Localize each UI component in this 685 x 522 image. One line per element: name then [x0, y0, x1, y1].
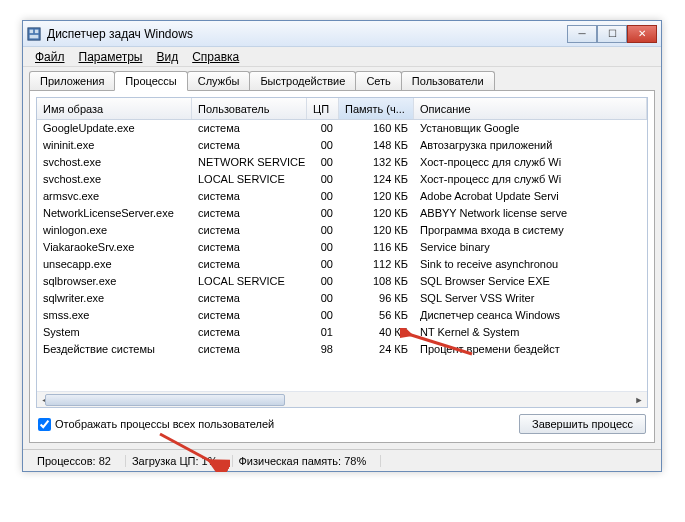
cell-cpu: 00	[307, 137, 339, 154]
table-row[interactable]: NetworkLicenseServer.exeсистема00120 КБA…	[37, 205, 647, 222]
table-row[interactable]: smss.exeсистема0056 КБДиспетчер сеанса W…	[37, 307, 647, 324]
process-list: Имя образа Пользователь ЦП Память (ч... …	[36, 97, 648, 408]
tab-users[interactable]: Пользователи	[401, 71, 495, 90]
statusbar: Процессов: 82 Загрузка ЦП: 1% Физическая…	[23, 449, 661, 471]
status-memory: Физическая память: 78%	[233, 455, 382, 467]
status-processes: Процессов: 82	[31, 455, 126, 467]
menu-file[interactable]: Файл	[29, 48, 71, 66]
cell-description: SQL Browser Service EXE	[414, 273, 647, 290]
col-description[interactable]: Описание	[414, 98, 647, 119]
table-row[interactable]: armsvc.exeсистема00120 КБAdobe Acrobat U…	[37, 188, 647, 205]
table-row[interactable]: ViakaraokeSrv.exeсистема00116 КБService …	[37, 239, 647, 256]
svg-rect-1	[30, 29, 34, 33]
scroll-right-icon[interactable]: ►	[631, 392, 647, 407]
cell-memory: 120 КБ	[339, 205, 414, 222]
tab-page: Имя образа Пользователь ЦП Память (ч... …	[29, 90, 655, 443]
cell-image: System	[37, 324, 192, 341]
app-icon	[27, 27, 41, 41]
tab-services[interactable]: Службы	[187, 71, 251, 90]
cell-user: система	[192, 341, 307, 358]
table-row[interactable]: sqlwriter.exeсистема0096 КБSQL Server VS…	[37, 290, 647, 307]
cell-memory: 124 КБ	[339, 171, 414, 188]
cell-image: svchost.exe	[37, 171, 192, 188]
cell-description: Sink to receive asynchronou	[414, 256, 647, 273]
menu-options[interactable]: Параметры	[73, 48, 149, 66]
task-manager-window: Диспетчер задач Windows ─ ☐ ✕ Файл Парам…	[22, 20, 662, 472]
cell-image: armsvc.exe	[37, 188, 192, 205]
cell-cpu: 00	[307, 188, 339, 205]
cell-description: Service binary	[414, 239, 647, 256]
cell-user: LOCAL SERVICE	[192, 171, 307, 188]
cell-description: Adobe Acrobat Update Servi	[414, 188, 647, 205]
cell-user: система	[192, 137, 307, 154]
cell-user: NETWORK SERVICE	[192, 154, 307, 171]
cell-cpu: 00	[307, 120, 339, 137]
cell-cpu: 00	[307, 239, 339, 256]
show-all-users-checkbox[interactable]: Отображать процессы всех пользователей	[38, 418, 274, 431]
cell-description: Процент времени бездейст	[414, 341, 647, 358]
cell-description: Установщик Google	[414, 120, 647, 137]
col-image[interactable]: Имя образа	[37, 98, 192, 119]
cell-memory: 96 КБ	[339, 290, 414, 307]
cell-user: система	[192, 290, 307, 307]
minimize-button[interactable]: ─	[567, 25, 597, 43]
col-cpu[interactable]: ЦП	[307, 98, 339, 119]
cell-cpu: 00	[307, 273, 339, 290]
table-row[interactable]: unsecapp.exeсистема00112 КБSink to recei…	[37, 256, 647, 273]
cell-user: система	[192, 324, 307, 341]
cell-image: sqlbrowser.exe	[37, 273, 192, 290]
cell-memory: 116 КБ	[339, 239, 414, 256]
window-title: Диспетчер задач Windows	[47, 27, 567, 41]
cell-description: Автозагрузка приложений	[414, 137, 647, 154]
tab-network[interactable]: Сеть	[355, 71, 401, 90]
cell-cpu: 00	[307, 171, 339, 188]
tab-performance[interactable]: Быстродействие	[249, 71, 356, 90]
show-all-users-input[interactable]	[38, 418, 51, 431]
list-body[interactable]: GoogleUpdate.exeсистема00160 КБУстановщи…	[37, 120, 647, 391]
cell-cpu: 01	[307, 324, 339, 341]
col-memory[interactable]: Память (ч...	[339, 98, 414, 119]
menu-view[interactable]: Вид	[150, 48, 184, 66]
scroll-thumb[interactable]	[45, 394, 285, 406]
col-user[interactable]: Пользователь	[192, 98, 307, 119]
cell-user: система	[192, 205, 307, 222]
cell-description: Программа входа в систему	[414, 222, 647, 239]
table-row[interactable]: Systemсистема0140 КБNT Kernel & System	[37, 324, 647, 341]
table-row[interactable]: sqlbrowser.exeLOCAL SERVICE00108 КБSQL B…	[37, 273, 647, 290]
cell-description: NT Kernel & System	[414, 324, 647, 341]
tab-applications[interactable]: Приложения	[29, 71, 115, 90]
cell-image: svchost.exe	[37, 154, 192, 171]
table-row[interactable]: GoogleUpdate.exeсистема00160 КБУстановщи…	[37, 120, 647, 137]
menu-help[interactable]: Справка	[186, 48, 245, 66]
cell-memory: 120 КБ	[339, 188, 414, 205]
cell-cpu: 00	[307, 307, 339, 324]
table-row[interactable]: Бездействие системысистема9824 КБПроцент…	[37, 341, 647, 358]
titlebar[interactable]: Диспетчер задач Windows ─ ☐ ✕	[23, 21, 661, 47]
cell-cpu: 00	[307, 154, 339, 171]
end-process-button[interactable]: Завершить процесс	[519, 414, 646, 434]
cell-memory: 40 КБ	[339, 324, 414, 341]
maximize-button[interactable]: ☐	[597, 25, 627, 43]
cell-memory: 160 КБ	[339, 120, 414, 137]
tab-processes[interactable]: Процессы	[114, 71, 187, 91]
table-row[interactable]: wininit.exeсистема00148 КБАвтозагрузка п…	[37, 137, 647, 154]
cell-memory: 120 КБ	[339, 222, 414, 239]
table-row[interactable]: svchost.exeNETWORK SERVICE00132 КБХост-п…	[37, 154, 647, 171]
list-header: Имя образа Пользователь ЦП Память (ч... …	[37, 98, 647, 120]
cell-image: GoogleUpdate.exe	[37, 120, 192, 137]
svg-rect-3	[30, 34, 39, 38]
cell-user: система	[192, 256, 307, 273]
close-button[interactable]: ✕	[627, 25, 657, 43]
cell-image: ViakaraokeSrv.exe	[37, 239, 192, 256]
cell-description: Диспетчер сеанса Windows	[414, 307, 647, 324]
status-cpu: Загрузка ЦП: 1%	[126, 455, 233, 467]
cell-cpu: 00	[307, 256, 339, 273]
cell-user: система	[192, 307, 307, 324]
cell-memory: 148 КБ	[339, 137, 414, 154]
cell-image: Бездействие системы	[37, 341, 192, 358]
bottom-controls: Отображать процессы всех пользователей З…	[36, 408, 648, 436]
horizontal-scrollbar[interactable]: ◄ ►	[37, 391, 647, 407]
cell-user: система	[192, 188, 307, 205]
table-row[interactable]: winlogon.exeсистема00120 КБПрограмма вхо…	[37, 222, 647, 239]
table-row[interactable]: svchost.exeLOCAL SERVICE00124 КБХост-про…	[37, 171, 647, 188]
